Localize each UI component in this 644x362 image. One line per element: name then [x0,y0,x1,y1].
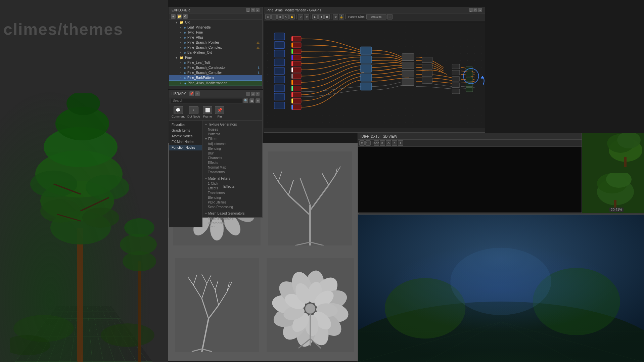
lib-search-icon[interactable]: 🔍 [243,98,248,103]
graph-btn-render[interactable]: ▶ [312,14,318,19]
svg-rect-64 [402,70,414,77]
sub-normal-map[interactable]: Normal Map [204,165,261,170]
lib-comment-node[interactable]: 💬 Comment [172,106,185,118]
lib-pin-btn[interactable]: 📌 [189,91,194,96]
explorer-folder-btn[interactable]: 📁 [177,14,182,19]
sidebar-graph-items[interactable]: Graph Items [169,128,202,133]
graph-btn-lock[interactable]: 🔒 [339,14,344,19]
graph-btn-redo[interactable]: ↻ [304,14,309,19]
sub-utilities[interactable]: Utilities [204,225,261,227]
sub-noises[interactable]: Noises [204,127,261,132]
view2d-btn-r[interactable]: R [380,140,385,146]
section-mesh-based[interactable]: Mesh Based Generators [204,211,261,216]
sub-mat-transforms[interactable]: Transforms [204,190,261,195]
sidebar-function-nodes[interactable]: Function Nodes [169,145,202,150]
tree-item-pine-branch-complex-old[interactable]: › ◈ Pine_Branch_Complex ⚠ [169,45,262,50]
sub-mask-generators[interactable]: Mask Generators [204,216,261,221]
view2d-btn-fit[interactable]: ⊞ [359,140,365,146]
sub-weathering[interactable]: Weathering [204,221,261,225]
graph-btn-settings[interactable]: ⚙ [333,14,338,19]
sidebar-atomic-nodes[interactable]: Atomic Nodes [169,133,202,139]
sub-effects[interactable]: Effects [204,160,261,165]
lib-menu-btn[interactable]: ≡ [195,91,200,96]
svg-rect-41 [291,86,301,91]
graph-btn-relative[interactable]: ↔ [387,14,393,19]
view2d-btn-g[interactable]: G [386,140,391,146]
library-maximize[interactable]: □ [251,92,255,96]
tree-item-pine-barkpattern[interactable]: › ◈ Pine_BarkPattern [169,75,262,80]
sidebar-favorites[interactable]: Favorites [169,122,202,128]
lib-list-view[interactable]: ≡ [256,98,260,103]
lib-grid-view[interactable]: ⊞ [249,98,254,103]
library-close[interactable]: × [256,92,260,96]
lib-frame-node[interactable]: ⬜ Frame [203,106,212,118]
lib-pin-node[interactable]: 📌 Pin [215,106,224,118]
tree-item-pine-atlas[interactable]: › ◈ Pine_Atlas [169,35,262,40]
tree-item-old[interactable]: ▾ 📁 Old [169,20,262,25]
section-texture-generators[interactable]: Texture Generators [204,122,261,127]
graph-btn-zoom-fit[interactable]: ⊞ [265,14,271,19]
graph-canvas[interactable] [264,20,485,128]
sidebar-fxmap-nodes[interactable]: FX-Map Nodes [169,139,202,145]
texture-thumb-1[interactable] [582,133,644,173]
explorer-close[interactable]: × [256,8,260,12]
sub-mat-blending[interactable]: Blending [204,195,261,200]
tree-item-pine-branch-constructor[interactable]: › ◈ Pine_Branch_Constructor ℹ [169,65,262,70]
graph-btn-pause[interactable]: ⏸ [318,14,324,19]
svg-point-169 [533,268,620,335]
tree-item-leaf-pinenedle[interactable]: › ◈ Leaf_Pinenedle [169,25,262,30]
svg-rect-25 [274,42,285,49]
tree-item-twig-pine[interactable]: › ◈ Twig_Pine [169,30,262,35]
lib-dot-node[interactable]: · Dot Node [187,106,200,118]
graph-btn-navigate[interactable]: ◉ [277,14,283,19]
graph-btn-select[interactable]: ↖ [283,14,289,19]
sub-scan-processing[interactable]: Scan Processing [204,205,261,209]
tree-item-colortresh[interactable]: ▸ 📁 Col_orTresh ⚠ [169,86,262,87]
svg-rect-77 [466,77,473,81]
view2d-bottom-panel[interactable] [358,214,644,362]
sub-pbr-utilities[interactable]: PBR Utilities [204,200,261,205]
sub-channels[interactable]: Channels [204,155,261,160]
sub-blur[interactable]: Blur [204,151,261,155]
tree-item-barkpattern-old[interactable]: › ◈ BarkPattern_Old [169,50,262,55]
explorer-refresh-btn[interactable]: ↺ [183,14,188,19]
tree-item-pine-branch-pointer[interactable]: › ◈ Pine_Branch_Pointer ⚠ [169,40,262,45]
svg-rect-48 [291,55,293,60]
library-search[interactable] [171,98,242,103]
graph-maximize[interactable]: □ [473,8,477,12]
library-main: Texture Generators Noises Patterns Filte… [202,121,262,227]
svg-rect-66 [422,57,432,62]
explorer-new-btn[interactable]: + [171,14,176,19]
svg-rect-73 [452,83,460,87]
view2d-btn-channels[interactable]: RGB [374,140,379,146]
view2d-btn-1to1[interactable]: 1:1 [365,140,371,146]
pin-label: Pin [218,115,222,118]
graph-btn-stop[interactable]: ⏹ [324,14,330,19]
svg-rect-24 [274,33,285,40]
tree-item-pine[interactable]: ▾ 📁 Pine [169,55,262,60]
graph-close[interactable]: × [478,8,482,12]
library-minimize[interactable]: _ [246,92,250,96]
graph-btn-parent-size-up[interactable]: 256x256 [366,14,386,19]
sub-patterns[interactable]: Patterns [204,132,261,136]
sub-transforms[interactable]: Transforms [204,170,261,174]
graph-btn-zoom-in[interactable]: + [271,14,277,19]
graph-minimize[interactable]: _ [469,8,473,12]
tree-item-pine-atlas-med[interactable]: › ◈ Pine_Atlas_Mediterranean [169,80,262,86]
explorer-minimize[interactable]: _ [246,8,250,12]
sub-adjustments[interactable]: Adjustments [204,141,261,146]
graph-btn-pan[interactable]: ✋ [289,14,295,19]
view2d-btn-b[interactable]: B [392,140,397,146]
tree-item-pine-leaf-tuft[interactable]: › ◈ Pine_Leaf_Tuft [169,60,262,65]
viewport-3d[interactable] [0,0,168,362]
sub-blending[interactable]: Blending [204,146,261,151]
svg-rect-53 [291,86,293,91]
svg-rect-56 [291,105,293,109]
tree-item-pine-branch-compiler[interactable]: › ◈ Pine_Branch_Compiler ℹ [169,70,262,75]
graph-btn-undo[interactable]: ↺ [298,14,303,19]
view2d-btn-a[interactable]: A [398,140,403,146]
section-material-filters[interactable]: Material Filters [204,176,261,181]
explorer-maximize[interactable]: □ [251,8,255,12]
effects-label[interactable]: Effects [223,184,234,188]
section-filters[interactable]: Filters [204,136,261,141]
